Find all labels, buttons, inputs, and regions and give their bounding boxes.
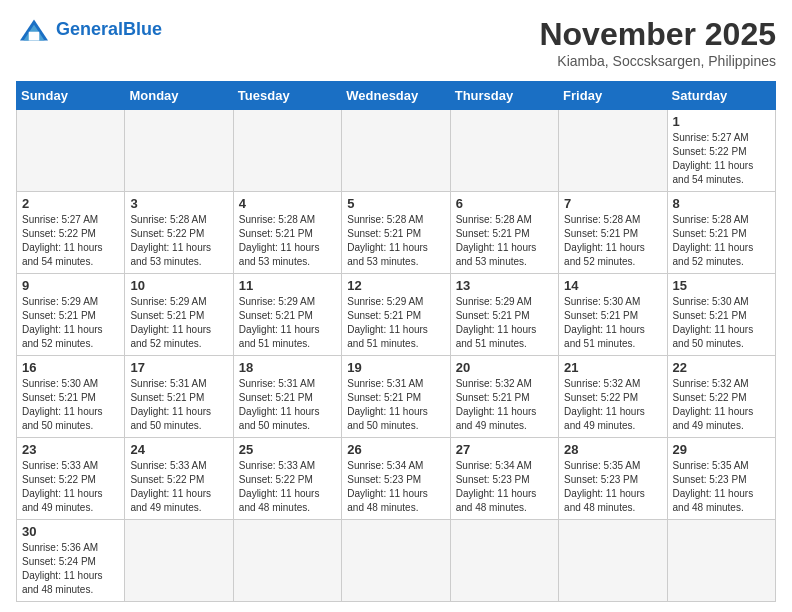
day-info: Sunrise: 5:28 AM Sunset: 5:21 PM Dayligh… (347, 213, 444, 269)
calendar-cell (559, 110, 667, 192)
day-info: Sunrise: 5:29 AM Sunset: 5:21 PM Dayligh… (22, 295, 119, 351)
calendar-cell: 1Sunrise: 5:27 AM Sunset: 5:22 PM Daylig… (667, 110, 775, 192)
day-number: 3 (130, 196, 227, 211)
day-info: Sunrise: 5:32 AM Sunset: 5:22 PM Dayligh… (564, 377, 661, 433)
day-number: 10 (130, 278, 227, 293)
day-number: 2 (22, 196, 119, 211)
calendar-cell: 25Sunrise: 5:33 AM Sunset: 5:22 PM Dayli… (233, 438, 341, 520)
calendar-cell: 2Sunrise: 5:27 AM Sunset: 5:22 PM Daylig… (17, 192, 125, 274)
calendar-row-5: 23Sunrise: 5:33 AM Sunset: 5:22 PM Dayli… (17, 438, 776, 520)
day-info: Sunrise: 5:32 AM Sunset: 5:21 PM Dayligh… (456, 377, 553, 433)
calendar-cell: 14Sunrise: 5:30 AM Sunset: 5:21 PM Dayli… (559, 274, 667, 356)
day-number: 18 (239, 360, 336, 375)
logo-icon (16, 16, 52, 44)
calendar-cell: 16Sunrise: 5:30 AM Sunset: 5:21 PM Dayli… (17, 356, 125, 438)
day-number: 27 (456, 442, 553, 457)
weekday-header-row: SundayMondayTuesdayWednesdayThursdayFrid… (17, 82, 776, 110)
day-info: Sunrise: 5:27 AM Sunset: 5:22 PM Dayligh… (22, 213, 119, 269)
calendar-row-6: 30Sunrise: 5:36 AM Sunset: 5:24 PM Dayli… (17, 520, 776, 602)
day-number: 28 (564, 442, 661, 457)
calendar-cell (342, 520, 450, 602)
calendar-cell: 17Sunrise: 5:31 AM Sunset: 5:21 PM Dayli… (125, 356, 233, 438)
day-number: 26 (347, 442, 444, 457)
day-number: 16 (22, 360, 119, 375)
calendar-cell: 27Sunrise: 5:34 AM Sunset: 5:23 PM Dayli… (450, 438, 558, 520)
page-header: GeneralBlue November 2025 Kiamba, Soccsk… (16, 16, 776, 69)
day-number: 29 (673, 442, 770, 457)
calendar-row-1: 1Sunrise: 5:27 AM Sunset: 5:22 PM Daylig… (17, 110, 776, 192)
day-number: 30 (22, 524, 119, 539)
month-title: November 2025 (539, 16, 776, 53)
day-info: Sunrise: 5:35 AM Sunset: 5:23 PM Dayligh… (673, 459, 770, 515)
calendar-cell: 24Sunrise: 5:33 AM Sunset: 5:22 PM Dayli… (125, 438, 233, 520)
calendar-cell: 5Sunrise: 5:28 AM Sunset: 5:21 PM Daylig… (342, 192, 450, 274)
calendar-cell: 20Sunrise: 5:32 AM Sunset: 5:21 PM Dayli… (450, 356, 558, 438)
day-info: Sunrise: 5:29 AM Sunset: 5:21 PM Dayligh… (239, 295, 336, 351)
day-info: Sunrise: 5:28 AM Sunset: 5:21 PM Dayligh… (564, 213, 661, 269)
day-number: 5 (347, 196, 444, 211)
calendar-cell (450, 110, 558, 192)
day-info: Sunrise: 5:30 AM Sunset: 5:21 PM Dayligh… (564, 295, 661, 351)
calendar-row-4: 16Sunrise: 5:30 AM Sunset: 5:21 PM Dayli… (17, 356, 776, 438)
calendar: SundayMondayTuesdayWednesdayThursdayFrid… (16, 81, 776, 602)
calendar-cell: 15Sunrise: 5:30 AM Sunset: 5:21 PM Dayli… (667, 274, 775, 356)
calendar-cell: 26Sunrise: 5:34 AM Sunset: 5:23 PM Dayli… (342, 438, 450, 520)
weekday-header-sunday: Sunday (17, 82, 125, 110)
weekday-header-wednesday: Wednesday (342, 82, 450, 110)
weekday-header-friday: Friday (559, 82, 667, 110)
svg-rect-3 (29, 32, 40, 41)
day-number: 11 (239, 278, 336, 293)
day-number: 22 (673, 360, 770, 375)
calendar-cell (233, 520, 341, 602)
calendar-cell: 22Sunrise: 5:32 AM Sunset: 5:22 PM Dayli… (667, 356, 775, 438)
day-info: Sunrise: 5:33 AM Sunset: 5:22 PM Dayligh… (130, 459, 227, 515)
day-number: 25 (239, 442, 336, 457)
calendar-row-2: 2Sunrise: 5:27 AM Sunset: 5:22 PM Daylig… (17, 192, 776, 274)
calendar-cell: 13Sunrise: 5:29 AM Sunset: 5:21 PM Dayli… (450, 274, 558, 356)
day-info: Sunrise: 5:30 AM Sunset: 5:21 PM Dayligh… (673, 295, 770, 351)
day-number: 14 (564, 278, 661, 293)
day-info: Sunrise: 5:31 AM Sunset: 5:21 PM Dayligh… (130, 377, 227, 433)
day-number: 15 (673, 278, 770, 293)
calendar-cell (450, 520, 558, 602)
day-info: Sunrise: 5:28 AM Sunset: 5:22 PM Dayligh… (130, 213, 227, 269)
day-number: 4 (239, 196, 336, 211)
calendar-row-3: 9Sunrise: 5:29 AM Sunset: 5:21 PM Daylig… (17, 274, 776, 356)
calendar-cell (125, 110, 233, 192)
calendar-cell: 28Sunrise: 5:35 AM Sunset: 5:23 PM Dayli… (559, 438, 667, 520)
day-info: Sunrise: 5:31 AM Sunset: 5:21 PM Dayligh… (239, 377, 336, 433)
day-info: Sunrise: 5:28 AM Sunset: 5:21 PM Dayligh… (239, 213, 336, 269)
calendar-cell: 8Sunrise: 5:28 AM Sunset: 5:21 PM Daylig… (667, 192, 775, 274)
day-info: Sunrise: 5:32 AM Sunset: 5:22 PM Dayligh… (673, 377, 770, 433)
day-info: Sunrise: 5:33 AM Sunset: 5:22 PM Dayligh… (239, 459, 336, 515)
weekday-header-saturday: Saturday (667, 82, 775, 110)
calendar-cell: 30Sunrise: 5:36 AM Sunset: 5:24 PM Dayli… (17, 520, 125, 602)
calendar-cell: 7Sunrise: 5:28 AM Sunset: 5:21 PM Daylig… (559, 192, 667, 274)
day-number: 1 (673, 114, 770, 129)
day-info: Sunrise: 5:29 AM Sunset: 5:21 PM Dayligh… (347, 295, 444, 351)
calendar-cell (667, 520, 775, 602)
calendar-cell: 29Sunrise: 5:35 AM Sunset: 5:23 PM Dayli… (667, 438, 775, 520)
day-info: Sunrise: 5:28 AM Sunset: 5:21 PM Dayligh… (673, 213, 770, 269)
logo-text: GeneralBlue (56, 20, 162, 40)
day-number: 19 (347, 360, 444, 375)
day-number: 20 (456, 360, 553, 375)
calendar-cell: 6Sunrise: 5:28 AM Sunset: 5:21 PM Daylig… (450, 192, 558, 274)
calendar-cell: 4Sunrise: 5:28 AM Sunset: 5:21 PM Daylig… (233, 192, 341, 274)
weekday-header-thursday: Thursday (450, 82, 558, 110)
day-number: 21 (564, 360, 661, 375)
calendar-cell: 21Sunrise: 5:32 AM Sunset: 5:22 PM Dayli… (559, 356, 667, 438)
calendar-cell: 19Sunrise: 5:31 AM Sunset: 5:21 PM Dayli… (342, 356, 450, 438)
calendar-cell (559, 520, 667, 602)
calendar-cell (125, 520, 233, 602)
day-info: Sunrise: 5:34 AM Sunset: 5:23 PM Dayligh… (456, 459, 553, 515)
day-number: 7 (564, 196, 661, 211)
day-info: Sunrise: 5:30 AM Sunset: 5:21 PM Dayligh… (22, 377, 119, 433)
day-number: 6 (456, 196, 553, 211)
weekday-header-monday: Monday (125, 82, 233, 110)
day-number: 24 (130, 442, 227, 457)
day-number: 9 (22, 278, 119, 293)
calendar-cell (17, 110, 125, 192)
logo: GeneralBlue (16, 16, 162, 44)
day-info: Sunrise: 5:31 AM Sunset: 5:21 PM Dayligh… (347, 377, 444, 433)
